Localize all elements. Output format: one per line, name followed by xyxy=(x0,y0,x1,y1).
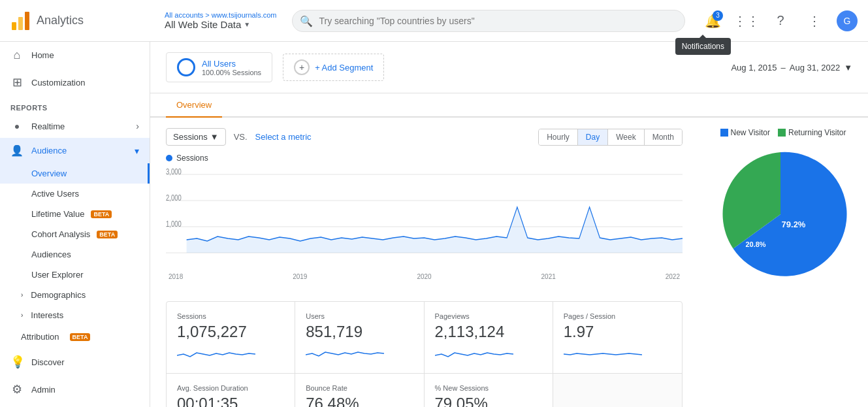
sidebar-item-audience[interactable]: 👤 Audience ▾ xyxy=(0,138,150,163)
sidebar-item-admin-label: Admin xyxy=(31,385,56,395)
chart-area: Sessions ▼ VS. Select a metric Hourly Da… xyxy=(150,118,698,291)
time-btn-hourly[interactable]: Hourly xyxy=(539,129,578,145)
stat-sessions-value: 1,075,227 xyxy=(177,323,284,341)
tab-overview[interactable]: Overview xyxy=(166,93,222,118)
help-icon: ? xyxy=(777,13,784,28)
sidebar-sub-lifetime-value[interactable]: Lifetime Value BETA xyxy=(0,204,150,224)
returning-visitor-legend-dot xyxy=(778,129,786,137)
stat-bounce-rate-label: Bounce Rate xyxy=(306,384,413,392)
date-arrow-icon: ▼ xyxy=(844,63,852,73)
stat-users-sparkline xyxy=(306,345,384,361)
stat-avg-session-duration: Avg. Session Duration 00:01:35 xyxy=(167,374,295,407)
x-label-2022: 2022 xyxy=(666,273,680,280)
sidebar-item-home[interactable]: ⌂ Home xyxy=(0,42,150,69)
stat-pages-per-session-sparkline xyxy=(564,345,642,361)
stat-users: Users 851,719 xyxy=(295,302,424,374)
sidebar-sub-cohort-analysis[interactable]: Cohort Analysis BETA xyxy=(0,224,150,244)
sidebar-sub-cohort-analysis-label: Cohort Analysis xyxy=(31,229,90,239)
sessions-chart: 3,000 2,000 1,000 xyxy=(166,168,683,266)
visitor-pie-chart: 79.2% 20.8% xyxy=(709,142,852,286)
sidebar-sub-active-users[interactable]: Active Users xyxy=(0,184,150,204)
stat-pageviews: Pageviews 2,113,124 xyxy=(425,302,553,374)
svg-text:2,000: 2,000 xyxy=(166,193,182,202)
main-layout: ⌂ Home ⊞ Customization REPORTS ● Realtim… xyxy=(0,42,868,407)
time-buttons: Hourly Day Week Month xyxy=(538,129,683,146)
metric-selector[interactable]: Sessions ▼ xyxy=(166,128,226,146)
sidebar-item-interests-label: Interests xyxy=(31,310,63,320)
add-segment-button[interactable]: + + Add Segment xyxy=(283,54,384,81)
chart-stats-container: Sessions ▼ VS. Select a metric Hourly Da… xyxy=(150,118,868,407)
sidebar-item-discover[interactable]: 💡 Discover xyxy=(0,348,150,376)
sessions-legend-dot xyxy=(166,155,172,161)
stat-new-sessions: % New Sessions 79.05% xyxy=(425,374,553,407)
sidebar-sub-overview[interactable]: Overview xyxy=(0,163,150,184)
add-segment-icon: + xyxy=(294,59,310,75)
discover-icon: 💡 xyxy=(10,355,24,369)
search-input[interactable] xyxy=(292,10,685,32)
realtime-icon: ● xyxy=(10,121,24,131)
cohort-analysis-beta-badge: BETA xyxy=(97,231,118,238)
more-button[interactable]: ⋮ xyxy=(803,9,826,33)
avatar[interactable]: G xyxy=(837,10,858,31)
date-start: Aug 1, 2015 xyxy=(731,63,777,73)
new-visitor-label: New Visitor xyxy=(731,128,770,137)
stat-bounce-rate-value: 76.48% xyxy=(306,395,413,407)
chart-legend: Sessions xyxy=(166,154,683,163)
sidebar-item-realtime[interactable]: ● Realtime › xyxy=(0,114,150,138)
sidebar-item-demographics[interactable]: › Demographics xyxy=(0,285,150,305)
top-header: Analytics All accounts > www.tsijournals… xyxy=(0,0,868,42)
breadcrumb[interactable]: All accounts > www.tsijournals.com xyxy=(165,11,276,19)
stat-pages-per-session-value: 1.97 xyxy=(564,323,671,341)
sessions-legend-label: Sessions xyxy=(176,154,208,163)
sidebar-item-admin[interactable]: ⚙ Admin xyxy=(0,376,150,403)
sidebar-sub-user-explorer[interactable]: User Explorer xyxy=(0,265,150,285)
metric-arrow-icon: ▼ xyxy=(210,132,219,142)
sidebar-item-interests[interactable]: › Interests xyxy=(0,305,150,325)
chart-wrap: 3,000 2,000 1,000 xyxy=(166,168,683,268)
chart-controls: Sessions ▼ VS. Select a metric Hourly Da… xyxy=(166,128,683,146)
stat-pageviews-sparkline xyxy=(435,345,513,361)
svg-rect-2 xyxy=(25,12,29,30)
stat-bounce-rate: Bounce Rate 76.48% xyxy=(295,374,424,407)
header-actions: 🔔 3 Notifications ⋮⋮ ? ⋮ G xyxy=(701,9,858,33)
realtime-expand-icon: › xyxy=(136,121,139,131)
stat-users-value: 851,719 xyxy=(306,323,413,341)
sidebar-sub-overview-label: Overview xyxy=(31,169,67,178)
sidebar-collapse-button[interactable]: ‹ xyxy=(0,403,150,407)
stat-sessions-label: Sessions xyxy=(177,312,284,320)
app-title: Analytics xyxy=(37,14,84,27)
date-end: Aug 31, 2022 xyxy=(790,63,840,73)
stat-pageviews-label: Pageviews xyxy=(435,312,542,320)
stat-sessions-sparkline xyxy=(177,345,255,361)
help-button[interactable]: ? xyxy=(769,9,792,33)
sidebar-item-customization-label: Customization xyxy=(31,78,85,88)
segment-circle xyxy=(177,58,195,76)
pie-section: New Visitor Returning Visitor xyxy=(698,118,868,407)
content-area: All Users 100.00% Sessions + + Add Segme… xyxy=(150,42,868,407)
sidebar-item-audience-label: Audience xyxy=(31,146,67,155)
time-btn-week[interactable]: Week xyxy=(608,129,644,145)
date-range-selector[interactable]: Aug 1, 2015 – Aug 31, 2022 ▼ xyxy=(731,63,852,73)
all-users-segment[interactable]: All Users 100.00% Sessions xyxy=(166,52,272,82)
svg-rect-1 xyxy=(18,17,23,30)
audience-icon: 👤 xyxy=(10,144,24,157)
select-metric-link[interactable]: Select a metric xyxy=(255,132,312,142)
new-visitor-legend: New Visitor xyxy=(720,128,770,137)
new-visitor-legend-dot xyxy=(720,129,728,137)
stat-avg-session-value: 00:01:35 xyxy=(177,395,284,407)
sidebar-sub-audiences[interactable]: Audiences xyxy=(0,244,150,265)
property-selector[interactable]: All Web Site Data ▼ xyxy=(165,19,276,30)
sidebar-item-attribution[interactable]: Attribution BETA xyxy=(0,325,150,348)
logo-area: Analytics xyxy=(10,10,154,31)
notifications-button[interactable]: 🔔 3 Notifications xyxy=(701,9,724,33)
sidebar-sub-active-users-label: Active Users xyxy=(31,189,79,199)
time-btn-day[interactable]: Day xyxy=(578,129,608,145)
apps-icon: ⋮⋮ xyxy=(733,13,760,29)
sidebar-item-attribution-label: Attribution xyxy=(21,332,59,342)
sidebar-sub-audiences-label: Audiences xyxy=(31,250,71,259)
sidebar-item-realtime-label: Realtime xyxy=(31,122,65,131)
sidebar-item-customization[interactable]: ⊞ Customization xyxy=(0,69,150,96)
returning-visitor-label: Returning Visitor xyxy=(788,128,846,137)
apps-button[interactable]: ⋮⋮ xyxy=(735,9,758,33)
time-btn-month[interactable]: Month xyxy=(645,129,682,145)
